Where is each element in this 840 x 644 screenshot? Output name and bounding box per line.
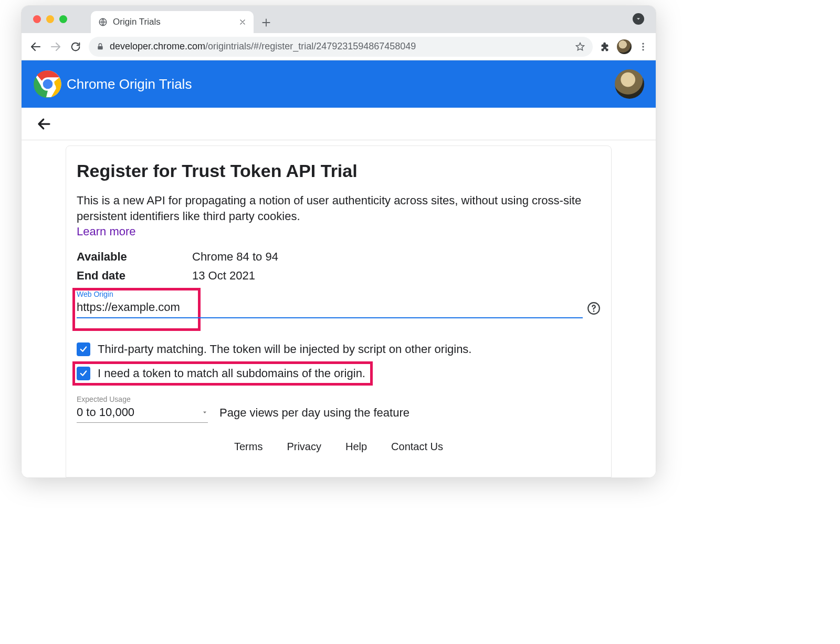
back-button[interactable] [29,40,43,54]
user-avatar[interactable] [615,69,644,99]
chevron-down-icon [635,16,642,22]
web-origin-field-wrap: Web Origin [77,291,601,318]
check-icon [79,369,88,378]
help-icon[interactable] [587,302,601,315]
browser-tab[interactable]: Origin Trials [91,11,254,33]
svg-point-2 [642,43,644,44]
expected-usage-label: Expected Usage [77,395,208,403]
expected-usage-caption: Page views per day using the feature [219,406,410,423]
expected-usage-select[interactable]: Expected Usage 0 to 10,000 [77,395,208,423]
web-origin-label: Web Origin [77,290,113,298]
arrow-left-icon [29,40,42,53]
browser-menu-button[interactable] [638,41,648,52]
third-party-checkbox-row[interactable]: Third-party matching. The token will be … [77,342,601,356]
registration-card: Register for Trust Token API Trial This … [66,146,612,477]
forward-button [49,40,62,54]
checkbox-checked-icon[interactable] [77,367,90,380]
maximize-window-button[interactable] [59,15,67,23]
page-title: Register for Trust Token API Trial [77,161,601,181]
page-description: This is a new API for propagating a noti… [77,193,601,224]
sub-toolbar [22,108,656,140]
subdomains-checkbox-wrap: I need a token to match all subdomains o… [77,367,601,380]
window-controls [33,15,67,23]
page-back-button[interactable] [36,116,52,132]
app-header: Chrome Origin Trials [22,60,656,108]
web-origin-field[interactable]: Web Origin [77,291,583,318]
reload-button[interactable] [69,40,82,54]
profile-avatar[interactable] [617,39,632,54]
help-link[interactable]: Help [345,441,367,453]
tab-menu-button[interactable] [633,13,644,25]
check-icon [79,345,88,354]
bookmark-star-icon[interactable] [575,41,585,52]
expected-usage-row: Expected Usage 0 to 10,000 Page views pe… [77,395,601,423]
url-text: developer.chrome.com/origintrials/#/regi… [110,41,570,52]
minimize-window-button[interactable] [46,15,54,23]
privacy-link[interactable]: Privacy [287,441,321,453]
end-date-label: End date [77,269,192,283]
svg-point-9 [593,310,595,312]
third-party-label: Third-party matching. The token will be … [98,342,472,356]
footer-links: Terms Privacy Help Contact Us [77,441,601,453]
svg-point-4 [642,49,644,50]
chrome-logo-icon [33,69,62,99]
tab-title: Origin Trials [113,17,234,27]
address-bar[interactable]: developer.chrome.com/origintrials/#/regi… [89,37,593,57]
subdomains-label: I need a token to match all subdomains o… [98,367,365,380]
end-date-value: 13 Oct 2021 [192,269,255,283]
browser-window: Origin Trials developer.chrome.com/origi… [21,5,656,478]
svg-point-7 [43,79,53,89]
app-title: Chrome Origin Trials [67,76,192,92]
close-tab-icon[interactable] [239,18,246,26]
extensions-icon[interactable] [599,41,611,53]
web-origin-input[interactable] [77,291,583,318]
reload-icon [70,41,81,53]
content-area: Register for Trust Token API Trial This … [22,140,656,477]
lock-icon [96,43,104,51]
terms-link[interactable]: Terms [234,441,262,453]
svg-rect-1 [98,46,102,49]
available-label: Available [77,250,192,264]
tab-strip: Origin Trials [22,6,656,33]
dropdown-triangle-icon [202,409,208,416]
available-value: Chrome 84 to 94 [192,250,278,264]
globe-icon [98,17,108,27]
arrow-right-icon [49,40,62,53]
contact-link[interactable]: Contact Us [391,441,443,453]
subdomains-checkbox-row[interactable]: I need a token to match all subdomains o… [77,367,601,380]
close-window-button[interactable] [33,15,41,23]
meta-section: Available Chrome 84 to 94 End date 13 Oc… [77,250,601,283]
new-tab-button[interactable] [261,17,271,28]
expected-usage-value: 0 to 10,000 [77,406,134,419]
browser-toolbar: developer.chrome.com/origintrials/#/regi… [22,33,656,60]
checkbox-checked-icon[interactable] [77,342,90,356]
learn-more-link[interactable]: Learn more [77,225,136,238]
svg-point-3 [642,46,644,47]
